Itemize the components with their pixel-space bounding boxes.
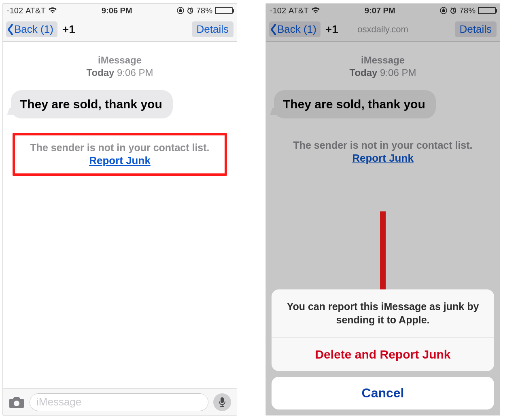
delete-and-report-junk-button[interactable]: Delete and Report Junk	[272, 338, 494, 371]
phone-left: -102 AT&T 9:06 PM 78%	[2, 3, 237, 416]
action-sheet-backdrop[interactable]: You can report this iMessage as junk by …	[266, 4, 500, 415]
microphone-icon	[219, 397, 226, 407]
message-placeholder: iMessage	[36, 396, 81, 408]
nav-bar: Back (1) +1 Details	[3, 17, 237, 42]
notice-text: The sender is not in your contact list.	[19, 142, 221, 154]
svg-point-2	[14, 401, 19, 406]
message-input-bar: iMessage	[3, 388, 237, 415]
details-label: Details	[197, 23, 229, 35]
phone-right: -102 AT&T 9:07 PM 78%	[265, 3, 500, 416]
chevron-left-icon	[7, 24, 14, 35]
conversation-title: +1	[62, 23, 75, 36]
chat-area[interactable]: iMessage Today 9:06 PM They are sold, th…	[3, 42, 237, 388]
status-bar: -102 AT&T 9:06 PM 78%	[3, 4, 237, 17]
action-sheet: You can report this iMessage as junk by …	[272, 289, 494, 410]
unknown-sender-notice: The sender is not in your contact list. …	[13, 133, 227, 176]
svg-rect-3	[221, 397, 224, 403]
camera-icon[interactable]	[8, 396, 25, 409]
service-label: iMessage	[11, 54, 229, 66]
battery-icon	[215, 7, 233, 14]
incoming-message-bubble[interactable]: They are sold, thank you	[11, 90, 173, 118]
microphone-button[interactable]	[213, 393, 231, 411]
signal-strength: -102	[7, 6, 23, 15]
clock: 9:06 PM	[102, 6, 132, 15]
battery-pct: 78%	[196, 6, 212, 15]
cancel-button[interactable]: Cancel	[272, 377, 494, 409]
carrier-label: AT&T	[25, 6, 46, 15]
thread-time: 9:06 PM	[117, 67, 153, 78]
action-sheet-message: You can report this iMessage as junk by …	[272, 289, 494, 338]
wifi-icon	[48, 7, 57, 14]
message-input[interactable]: iMessage	[30, 393, 208, 411]
report-junk-link[interactable]: Report Junk	[19, 154, 221, 167]
thread-header: iMessage Today 9:06 PM	[11, 54, 229, 79]
thread-day: Today	[87, 67, 115, 78]
details-button[interactable]: Details	[192, 21, 234, 37]
orientation-lock-icon	[177, 7, 184, 14]
alarm-icon	[187, 7, 194, 14]
back-label: Back (1)	[14, 23, 53, 36]
back-button[interactable]: Back (1)	[6, 21, 57, 37]
